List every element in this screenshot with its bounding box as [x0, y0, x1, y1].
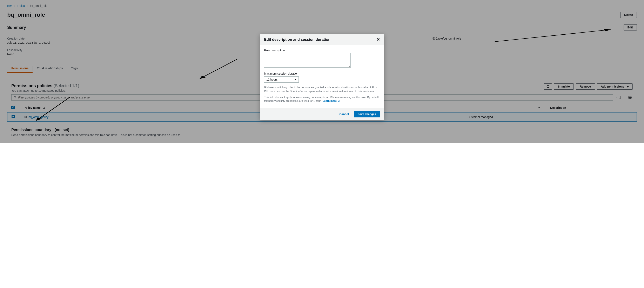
role-description-input[interactable]: [264, 53, 351, 68]
help-text-1: IAM users switching roles in the console…: [264, 85, 380, 93]
cancel-button[interactable]: Cancel: [336, 111, 352, 117]
max-session-label: Maximum session duration: [264, 72, 380, 75]
max-session-select[interactable]: 12 hours: [264, 76, 299, 83]
external-link-icon: [338, 100, 340, 102]
edit-session-modal: Edit description and session duration ✖ …: [260, 34, 384, 120]
role-description-label: Role description: [264, 49, 380, 52]
save-changes-button[interactable]: Save changes: [354, 111, 380, 117]
help-text-2: This field does not apply to role chaini…: [264, 95, 380, 103]
learn-more-link[interactable]: Learn more: [322, 99, 340, 102]
close-icon[interactable]: ✖: [377, 37, 380, 42]
max-session-value: 12 hours: [266, 78, 278, 81]
chevron-down-icon: [294, 79, 296, 80]
modal-overlay: Edit description and session duration ✖ …: [0, 0, 644, 143]
modal-title: Edit description and session duration: [264, 37, 330, 42]
